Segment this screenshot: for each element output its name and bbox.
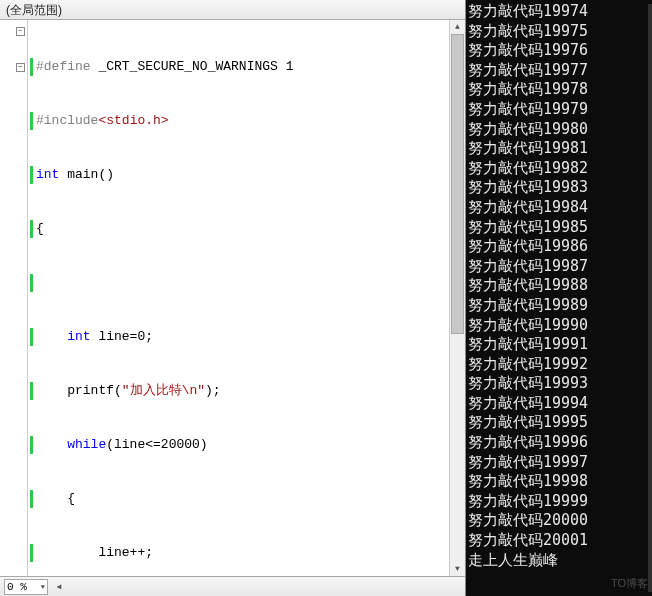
console-line: 努力敲代码19987 [468, 257, 652, 277]
console-line: 努力敲代码20001 [468, 531, 652, 551]
console-line: 努力敲代码19985 [468, 218, 652, 238]
gutter: − − [0, 20, 28, 576]
console-line: 努力敲代码19988 [468, 276, 652, 296]
console-line: 努力敲代码19993 [468, 374, 652, 394]
chevron-down-icon: ▼ [41, 583, 45, 591]
console-line: 努力敲代码19998 [468, 472, 652, 492]
fold-minus-icon[interactable]: − [16, 63, 25, 72]
console-line: 努力敲代码19991 [468, 335, 652, 355]
console-line: 努力敲代码19994 [468, 394, 652, 414]
console-line: 努力敲代码19995 [468, 413, 652, 433]
console-line: 努力敲代码19990 [468, 316, 652, 336]
code-editor-pane: (全局范围) − − #define _CRT_SECURE_NO_WARNIN… [0, 0, 466, 596]
console-line: 努力敲代码19978 [468, 80, 652, 100]
console-scrollbar[interactable] [648, 4, 652, 592]
console-line: 努力敲代码19997 [468, 453, 652, 473]
status-bar: 0 % ▼ ◀ [0, 576, 465, 596]
console-line: 努力敲代码19989 [468, 296, 652, 316]
console-line: 努力敲代码19999 [468, 492, 652, 512]
console-line: 努力敲代码19976 [468, 41, 652, 61]
zoom-dropdown[interactable]: 0 % ▼ [4, 579, 48, 595]
console-line: 努力敲代码19986 [468, 237, 652, 257]
scope-dropdown[interactable]: (全局范围) [0, 0, 465, 20]
console-line-final: 走上人生巅峰 [468, 551, 652, 571]
console-line: 努力敲代码19992 [468, 355, 652, 375]
code-content[interactable]: #define _CRT_SECURE_NO_WARNINGS 1 #inclu… [28, 20, 449, 576]
scroll-down-icon[interactable]: ▼ [450, 562, 465, 576]
scroll-up-icon[interactable]: ▲ [450, 20, 465, 34]
console-line: 努力敲代码19984 [468, 198, 652, 218]
console-line: 努力敲代码19996 [468, 433, 652, 453]
zoom-value: 0 % [7, 581, 27, 593]
console-line: 努力敲代码19974 [468, 2, 652, 22]
watermark-text: TO博客 [611, 574, 648, 594]
fold-minus-icon[interactable]: − [16, 27, 25, 36]
console-line: 努力敲代码19981 [468, 139, 652, 159]
console-line: 努力敲代码19982 [468, 159, 652, 179]
console-line: 努力敲代码19975 [468, 22, 652, 42]
console-line: 努力敲代码19977 [468, 61, 652, 81]
scroll-left-icon[interactable]: ◀ [52, 582, 66, 591]
console-line: 努力敲代码20000 [468, 511, 652, 531]
console-line: 努力敲代码19980 [468, 120, 652, 140]
console-output-lines: 努力敲代码19974努力敲代码19975努力敲代码19976努力敲代码19977… [468, 2, 652, 570]
console-line: 努力敲代码19979 [468, 100, 652, 120]
code-area[interactable]: − − #define _CRT_SECURE_NO_WARNINGS 1 #i… [0, 20, 465, 576]
console-output-pane[interactable]: 努力敲代码19974努力敲代码19975努力敲代码19976努力敲代码19977… [466, 0, 652, 596]
console-line: 努力敲代码19983 [468, 178, 652, 198]
scrollbar-thumb[interactable] [451, 34, 464, 334]
vertical-scrollbar[interactable]: ▲ ▼ [449, 20, 465, 576]
